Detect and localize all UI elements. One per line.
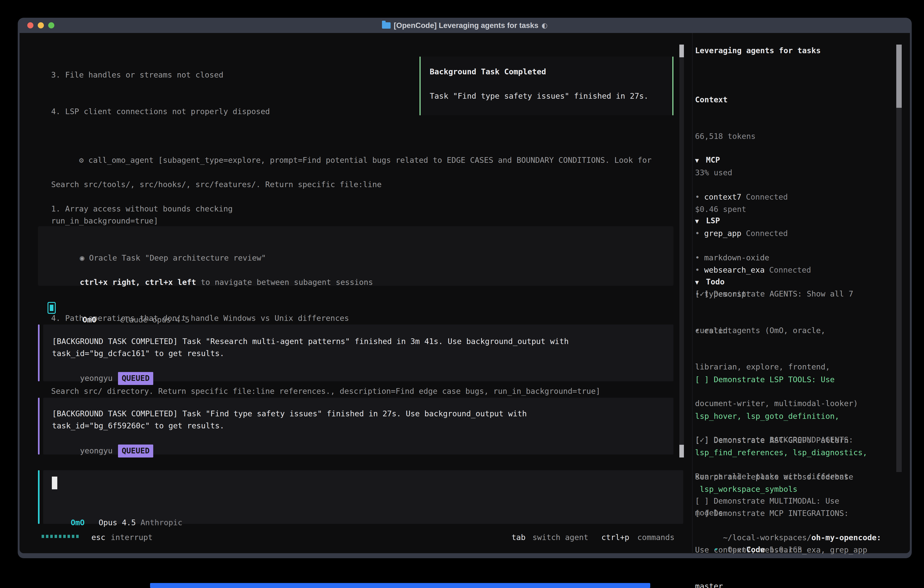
collapse-triangle-icon: ▼ [695,154,706,167]
input-agent-name[interactable]: OmO [71,518,84,527]
version-line: • OpenCode 1.0.163 [695,531,802,568]
queued-badge: QUEUED [118,444,153,458]
input-model-name[interactable]: Opus 4.5 [99,518,136,527]
window-title-text: [OpenCode] Leveraging agents for tasks [394,21,538,30]
sidebar-scrollbar-track[interactable] [896,45,902,472]
app-version: 1.0.163 [770,545,802,554]
zoom-button[interactable] [48,22,54,28]
tab-label: switch agent [533,531,588,543]
app-name-dim: Open [728,545,746,554]
session-title: Leveraging agents for tasks [695,45,821,57]
scrollback-line: 3. File handles or streams not closed [51,69,381,81]
esc-key-hint: esc [91,531,105,543]
workspace-repo: oh-my-opencode: [812,533,881,542]
agent-avatar-icon [48,302,56,314]
todo-line: [ ] Demonstrate AST-GREP: Pattern [695,434,867,447]
background-window-strip[interactable] [150,583,650,588]
folder-icon [382,22,391,29]
lsp-section-header[interactable]: ▼LSP [695,215,769,227]
mcp-section-header[interactable]: ▼MCP [695,154,811,167]
task-card: [BACKGROUND TASK COMPLETED] Task "Find t… [43,398,673,454]
task-card-user: yeongyu [80,373,112,383]
separator-dot: · [106,315,110,324]
traffic-lights [27,22,54,28]
agent-name: OmO [82,315,96,324]
text-cursor [52,477,57,489]
title-bar: [OpenCode] Leveraging agents for tasks ◐ [18,18,912,33]
activity-spinner-dots [41,535,79,538]
screen: [OpenCode] Leveraging agents for tasks ◐… [0,0,924,588]
minimize-button[interactable] [38,22,44,28]
ctrlp-label: commands [637,531,675,543]
context-header: Context [695,94,756,106]
main-scrollbar-track[interactable] [679,45,684,458]
todo-line: [ ] Demonstrate LSP TOOLS: Use [695,373,867,386]
todo-line: curated agents (OmO, oracle, [695,324,858,337]
background-task-notification: Background Task Completed Task "Find typ… [419,57,673,115]
task-card-line1: [BACKGROUND TASK COMPLETED] Task "Find t… [52,408,527,420]
task-card: [BACKGROUND TASK COMPLETED] Task "Resear… [43,324,673,381]
close-button[interactable] [27,22,33,28]
card-accent-border [38,398,40,454]
input-provider-name: Anthropic [140,518,182,527]
task-card-line2: task_id="bg_dcfac161" to get results. [52,347,224,360]
main-scrollbar-thumb-top[interactable] [679,45,684,57]
lsp-header-label: LSP [706,215,720,227]
scrollback-line: 4. LSP client connections not properly d… [51,106,381,118]
oracle-shortcut-keys: ctrl+x right, ctrl+x left [80,277,196,287]
input-accent-border [38,470,40,524]
oracle-task-card: ◉ Oracle Task "Deep architecture review"… [38,226,673,286]
session-progress-icon: ◐ [541,21,548,29]
tab-key-hint: tab [512,531,525,543]
oracle-title: Oracle Task "Deep architecture review" [89,253,266,263]
task-card-line2: task_id="bg_6f59260c" to get results. [52,420,224,432]
workspace-branch: master [695,580,881,588]
mcp-header-label: MCP [706,154,720,166]
oracle-shortcut-hint: to navigate between subagent sessions [196,277,373,287]
task-card-user: yeongyu [80,446,112,455]
notification-title: Background Task Completed [430,66,546,78]
bullet-icon: • [714,545,718,554]
notification-body: Task "Find type safety issues" finished … [430,90,648,102]
pane-divider [692,33,693,554]
ctrlp-key-hint: ctrl+p [601,531,629,543]
main-scrollbar-thumb-bottom[interactable] [679,445,684,458]
app-name-bold: Code [746,545,765,554]
collapse-triangle-icon: ▼ [695,215,706,227]
task-card-line1: [BACKGROUND TASK COMPLETED] Task "Resear… [52,335,569,348]
gear-icon: ⚙ [79,155,84,165]
queued-badge: QUEUED [118,372,153,385]
todo-line: [✓] Demonstrate AGENTS: Show all 7 [695,288,858,300]
agent-model: claude-opus-4-5 [120,315,190,324]
window-title: [OpenCode] Leveraging agents for tasks ◐ [382,21,548,30]
sidebar-scrollbar-thumb[interactable] [896,45,902,108]
tool-call-header: call_omo_agent [subagent_type=explore, p… [88,155,652,165]
tool-call-item: 1. Array access without bounds checking [51,203,652,215]
esc-label: interrupt [111,531,153,543]
oracle-icon: ◉ [80,253,84,263]
card-accent-border [38,324,40,381]
